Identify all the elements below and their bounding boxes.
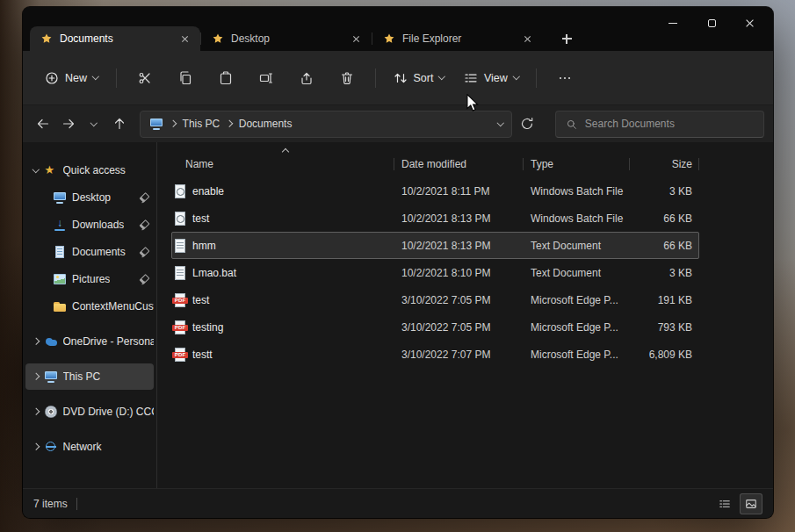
tab-label: File Explorer [402,32,513,45]
clipboard-icon [219,71,233,85]
sidebar-item-contextmenucust[interactable]: ContextMenuCust [25,293,154,320]
tab-desktop[interactable]: Desktop [201,26,372,51]
chevron-right-icon[interactable] [33,338,40,345]
sidebar-item-this-pc[interactable]: This PC [25,363,154,390]
rename-button[interactable] [248,62,285,94]
column-header-size[interactable]: Size [630,151,699,177]
new-tab-button[interactable] [553,27,580,50]
large-icons-view-button[interactable] [740,493,762,514]
chevron-right-icon[interactable] [33,408,40,415]
tab-label: Desktop [231,32,342,45]
forward-button[interactable] [57,111,81,137]
arrow-right-icon [61,117,76,131]
download-icon [53,218,67,232]
sidebar-item-label: Downloads [72,219,124,231]
sidebar-item-pictures[interactable]: Pictures [25,266,154,292]
up-button[interactable] [107,111,131,137]
sidebar-item-onedrive[interactable]: OneDrive - Personal [25,328,154,355]
file-size: 66 KB [630,240,699,252]
pin-icon [138,247,149,258]
copy-button[interactable] [167,62,204,94]
file-name: testing [192,321,223,334]
close-button[interactable] [731,11,770,35]
file-row[interactable]: test 10/2/2021 8:13 PM Windows Batch Fil… [171,205,699,232]
file-list: Name Date modified Type Size enable 10/2… [157,142,773,488]
document-icon [53,245,67,259]
sidebar-item-desktop[interactable]: Desktop [25,184,154,211]
column-header-type[interactable]: Type [524,151,630,177]
details-view-button[interactable] [713,493,736,514]
chevron-right-icon[interactable] [33,373,40,380]
status-bar: 7 items [23,488,773,518]
new-button[interactable]: New [35,62,108,94]
chevron-down-icon[interactable] [33,166,40,173]
file-name: Lmao.bat [192,267,236,279]
maximize-button[interactable] [692,11,731,35]
share-button[interactable] [288,62,325,94]
status-divider [76,498,77,510]
minimize-button[interactable] [654,11,692,35]
file-row[interactable]: Lmao.bat 10/2/2021 8:10 PM Text Document… [171,259,699,286]
tab-close-icon[interactable] [349,31,365,47]
file-type: Microsoft Edge P... [524,294,630,306]
toolbar-divider [116,68,117,88]
pin-icon [138,219,149,231]
file-row[interactable]: testt 3/10/2022 7:07 PM Microsoft Edge P… [171,341,699,368]
column-header-date-modified[interactable]: Date modified [394,151,524,177]
search-input[interactable] [585,118,754,130]
back-button[interactable] [32,111,55,137]
file-date: 10/2/2021 8:10 PM [394,267,524,279]
sort-button[interactable]: Sort [384,62,454,94]
file-row[interactable]: testing 3/10/2022 7:05 PM Microsoft Edge… [171,313,699,341]
network-icon [44,440,58,454]
file-date: 10/2/2021 8:11 PM [394,185,524,198]
sidebar-item-label: This PC [63,370,101,383]
refresh-button[interactable] [516,111,539,137]
breadcrumb[interactable]: This PC Documents [140,111,512,138]
title-bar[interactable]: Documents Desktop File Explorer [23,7,773,51]
sidebar-item-quick-access[interactable]: Quick access [25,157,154,183]
plus-icon [562,34,572,44]
file-size: 3 KB [630,267,699,279]
navigation-pane: Quick access Desktop Downloads Documents… [23,142,157,488]
cut-button[interactable] [126,62,163,94]
sidebar-item-network[interactable]: Network [25,434,154,460]
sidebar-item-dvd-drive[interactable]: DVD Drive (D:) CCCO [25,399,154,425]
sidebar-item-downloads[interactable]: Downloads [25,212,154,238]
sidebar-item-label: Quick access [63,164,126,176]
address-dropdown-icon[interactable] [496,119,503,126]
tab-file-explorer[interactable]: File Explorer [372,26,543,51]
tab-documents[interactable]: Documents [30,26,200,51]
folder-icon [53,299,67,313]
sort-button-label: Sort [414,72,434,84]
tab-close-icon[interactable] [177,31,193,47]
recent-locations-button[interactable] [83,111,106,137]
file-name: enable [192,185,224,198]
paste-button[interactable] [207,62,244,94]
arrow-left-icon [36,117,50,131]
view-list-icon [464,71,478,85]
more-options-button[interactable] [546,62,583,94]
breadcrumb-current[interactable]: Documents [239,118,293,130]
file-row[interactable]: test 3/10/2022 7:05 PM Microsoft Edge P.… [171,286,699,313]
address-bar: This PC Documents [23,105,773,142]
file-date: 3/10/2022 7:05 PM [394,294,524,306]
trash-icon [340,71,354,85]
file-row-highlighted[interactable]: hmm 10/2/2021 8:13 PM Text Document 66 K… [171,232,699,259]
this-pc-icon [44,370,58,384]
sidebar-item-documents[interactable]: Documents [25,239,154,265]
column-header-name[interactable]: Name [171,151,394,177]
tab-close-icon[interactable] [520,31,536,47]
breadcrumb-root[interactable]: This PC [183,118,220,130]
arrow-up-icon [112,117,126,131]
delete-button[interactable] [329,62,365,94]
file-size: 3 KB [630,185,699,198]
search-box[interactable] [555,111,764,138]
sidebar-item-label: Network [63,441,102,453]
sidebar-item-label: OneDrive - Personal [63,335,155,348]
toolbar-divider [375,68,376,88]
file-row[interactable]: enable 10/2/2021 8:11 PM Windows Batch F… [171,177,699,205]
chevron-right-icon[interactable] [33,443,40,450]
maximize-icon [708,19,716,27]
view-button[interactable]: View [454,62,528,94]
